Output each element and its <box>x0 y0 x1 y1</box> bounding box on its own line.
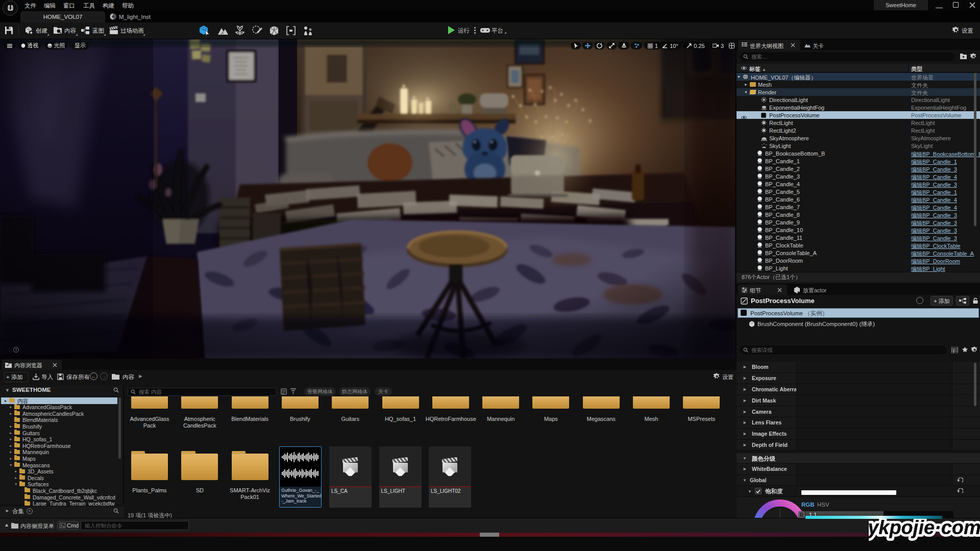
svg-text:ykpojie·com: ykpojie·com <box>869 517 980 538</box>
